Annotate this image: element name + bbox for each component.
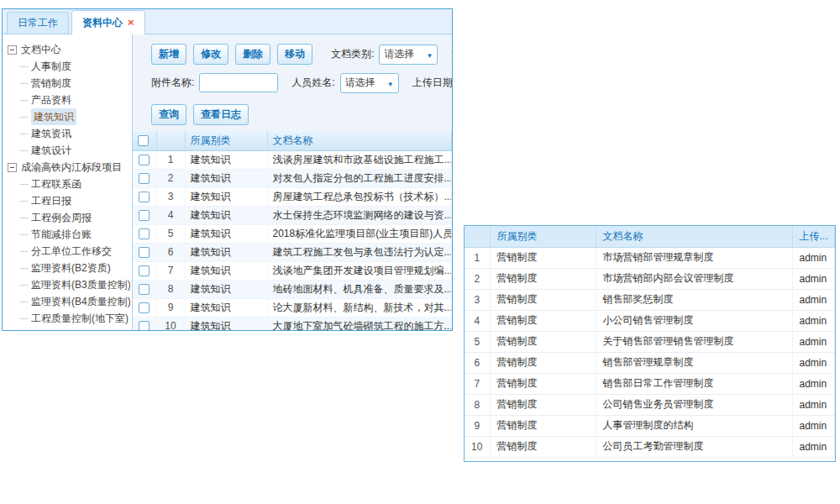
delete-button[interactable]: 删除 [235,44,270,65]
docname-cell: 公司销售业务员管理制度 [596,394,792,415]
row-checkbox[interactable] [139,228,150,239]
row-checkbox[interactable] [139,155,150,165]
table-row[interactable]: 9 营销制度 人事管理制度的结构 admin [465,415,835,436]
checkbox-cell [133,261,156,280]
category-cell: 营销制度 [490,289,596,310]
table-row[interactable]: 4 营销制度 小公司销售管理制度 admin [465,310,835,331]
tree-branch-line [20,150,28,151]
table-row[interactable]: 6 营销制度 销售部管理规章制度 admin [465,352,835,373]
view-log-button[interactable]: 查看日志 [193,104,249,125]
move-button[interactable]: 移动 [277,44,312,65]
collapse-icon[interactable] [8,163,17,172]
attachment-name-input[interactable] [199,73,278,92]
docname-cell: 房屋建筑工程总承包投标书（技术标）... [267,187,452,206]
query-button[interactable]: 查询 [151,104,186,125]
tree-branch-line [20,234,28,235]
docname-cell: 浅谈地产集团开发建设项目管理规划编... [267,261,452,280]
person-name-select[interactable]: 请选择 [340,73,399,93]
table-row[interactable]: 2 营销制度 市场营销部内部会议管理制度 admin [465,268,835,289]
table-row[interactable]: 1 营销制度 市场营销部管理规章制度 admin [465,247,835,268]
docname-cell: 建筑工程施工发包与承包违法行为认定... [267,243,452,261]
tree-node[interactable]: 产品资料 [8,92,130,108]
doc-category-select[interactable]: 请选择 [379,45,438,65]
upload-date-label: 上传日期 [412,76,452,90]
close-icon[interactable]: × [128,16,134,29]
tree-node[interactable]: 监理资料(B2资质) [8,260,130,276]
doc-category-label: 文档类别: [331,47,374,61]
uploader-cell: admin [792,394,835,415]
docname-cell: 大厦地下室加气砼墙砌筑工程的施工方... [267,317,452,330]
table-row[interactable]: 4 建筑知识 水土保持生态环境监测网络的建设与资... [133,206,452,224]
select-all-checkbox[interactable] [138,135,149,146]
tree-node-construction-knowledge[interactable]: 建筑知识 [8,108,130,125]
tree-node[interactable]: 监理资料(B3质量控制) [8,276,130,293]
tab-data-center[interactable]: 资料中心× [71,10,145,34]
docname-cell: 销售部日常工作管理制度 [596,373,792,394]
row-checkbox[interactable] [139,321,150,330]
docname-cell: 市场营销部管理规章制度 [596,247,792,268]
column-header-category[interactable]: 所属别类 [490,226,596,247]
table-row[interactable]: 6 建筑知识 建筑工程施工发包与承包违法行为认定... [133,243,452,261]
row-checkbox[interactable] [139,284,150,295]
row-checkbox[interactable] [139,210,150,221]
uploader-cell: admin [792,352,835,373]
row-number-header [465,226,490,247]
table-row[interactable]: 7 营销制度 销售部日常工作管理制度 admin [465,373,835,394]
table-row[interactable]: 5 营销制度 关于销售部管理销售管理制度 admin [465,331,835,352]
table-row[interactable]: 3 营销制度 销售部奖惩制度 admin [465,289,835,310]
table-row[interactable]: 9 建筑知识 论大厦新材料、新结构、新技术，对其... [133,298,452,317]
checkbox-cell [133,169,156,187]
row-number: 7 [156,261,185,280]
tree-node[interactable]: 节能减排台账 [8,226,130,243]
tree-node[interactable]: 人事制度 [8,58,130,75]
tree-branch-line [20,251,28,252]
row-number: 9 [156,298,185,317]
tree-node[interactable]: 工程日报 [8,192,130,209]
column-header-uploader[interactable]: 上传... [792,226,835,247]
tree-node-doc-center[interactable]: 文档中心 [8,41,130,58]
tab-label: 日常工作 [18,17,58,29]
category-cell: 营销制度 [490,247,596,268]
uploader-cell: admin [792,373,835,394]
table-row[interactable]: 8 营销制度 公司销售业务员管理制度 admin [465,394,835,415]
tree-node[interactable]: 工程质量控制(地下室) [8,310,130,327]
row-checkbox[interactable] [139,173,150,184]
table-row[interactable]: 3 建筑知识 房屋建筑工程总承包投标书（技术标）... [133,187,452,206]
selected-value: 请选择 [345,76,375,90]
tree-node[interactable]: 工程联系函 [8,176,130,192]
filter-row: 附件名称: 人员姓名: 请选择 上传日期 [151,72,452,93]
chevron-down-icon [426,49,433,60]
edit-button[interactable]: 修改 [193,44,228,65]
column-header-docname[interactable]: 文档名称 [267,131,452,150]
table-row[interactable]: 7 建筑知识 浅谈地产集团开发建设项目管理规划编... [133,261,452,280]
row-checkbox[interactable] [139,192,150,202]
tree-branch-line [20,302,28,302]
tab-daily-work[interactable]: 日常工作 [7,12,69,34]
tree-node-railway-project[interactable]: 成渝高铁内江标段项目 [8,159,130,176]
table-row[interactable]: 1 建筑知识 浅谈房屋建筑和市政基础设施工程施工... [133,150,452,169]
secondary-document-table: 所属别类 文档名称 上传... 1 营销制度 市场营销部管理规章制度 admin… [464,225,836,462]
table-row[interactable]: 10 建筑知识 大厦地下室加气砼墙砌筑工程的施工方... [133,317,452,330]
tree-node[interactable]: 监理资料(B4质量控制) [8,293,130,310]
checkbox-cell [133,224,156,243]
row-checkbox[interactable] [139,265,150,276]
add-button[interactable]: 新增 [151,44,186,65]
collapse-icon[interactable] [8,45,17,55]
tree-node[interactable]: 建筑资讯 [8,125,130,142]
table-row[interactable]: 8 建筑知识 地砖地面材料、机具准备、质量要求及... [133,280,452,298]
column-header-docname[interactable]: 文档名称 [596,226,792,247]
row-checkbox[interactable] [139,302,150,313]
row-number: 1 [156,150,185,169]
attachment-name-label: 附件名称: [151,76,194,90]
table-row[interactable]: 2 建筑知识 对发包人指定分包的工程施工进度安排... [133,169,452,187]
tree-node[interactable]: 营销制度 [8,75,130,92]
tree-node[interactable]: 建筑设计 [8,142,130,159]
tree-node[interactable]: 工程例会周报 [8,209,130,226]
table-row[interactable]: 5 建筑知识 2018标准化监理项目部(业主项目部)人员... [133,224,452,243]
tree-node[interactable]: 分工单位工作移交 [8,243,130,260]
table-row[interactable]: 10 营销制度 公司员工考勤管理制度 admin [465,436,835,457]
filter-panel: 新增 修改 删除 移动 文档类别: 请选择 文档名称: 附件名称: [133,34,452,131]
row-checkbox[interactable] [139,247,150,258]
column-header-category[interactable]: 所属别类 [185,131,267,150]
tree-branch-line [20,201,28,202]
